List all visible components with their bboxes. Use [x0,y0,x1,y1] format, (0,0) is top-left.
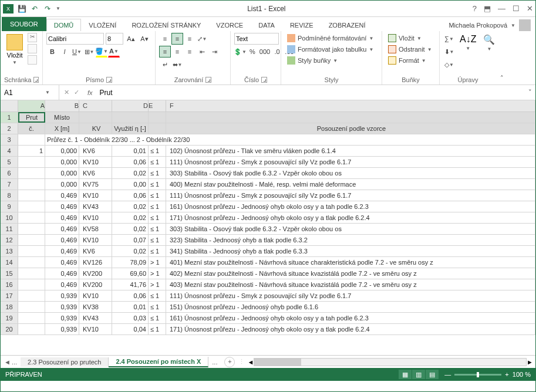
cell[interactable]: ≤ 1 [149,235,166,245]
cell[interactable]: KV75 [79,179,112,190]
row-header[interactable]: 4 [1,146,18,156]
cell[interactable]: 161) Únosnost průřezu - Jednoosý ohyb ok… [166,313,535,323]
cell[interactable] [18,201,45,212]
zoom-in-icon[interactable]: + [505,371,508,378]
italic-button[interactable]: I [59,46,70,58]
cell[interactable]: 0,00 [112,179,149,190]
cell[interactable]: KV10 [79,212,112,223]
cell[interactable]: 0,02 [112,246,149,256]
cell[interactable]: 400) Mezní stav použitelnosti - Malé, re… [166,179,535,190]
align-right-icon[interactable]: ≡ [184,46,195,58]
percent-icon[interactable]: % [247,46,258,58]
row-header[interactable]: 19 [1,313,18,323]
cell[interactable]: ≤ 1 [149,290,166,301]
row-header[interactable]: 14 [1,257,18,268]
cell[interactable] [18,268,45,279]
row-header[interactable]: 13 [1,246,18,256]
number-format-select[interactable] [234,33,279,45]
cell[interactable]: 0,06 [112,157,149,167]
cell[interactable] [18,302,45,312]
cell[interactable]: KV43 [79,313,112,323]
fx-icon[interactable]: fx [84,89,96,96]
cell[interactable]: KV58 [79,224,112,234]
cell[interactable]: 0,939 [45,313,79,323]
alignment-launcher[interactable] [205,77,211,83]
conditional-formatting-button[interactable]: Podmíněné formátování▼ [285,33,376,43]
cell[interactable]: 41,76 [112,279,149,290]
col-header-E[interactable]: E [149,100,166,111]
scroll-left-icon[interactable]: ◄ [247,359,254,366]
insert-cells-button[interactable]: Vložit▼ [386,33,424,43]
undo-icon[interactable]: ↶ [30,4,39,13]
cell[interactable]: 0,469 [45,235,79,245]
page-break-view-icon[interactable]: ▤ [426,370,439,379]
cell[interactable]: KV43 [79,201,112,212]
cell[interactable]: 403) Mezní stav použitelnosti - Návrhová… [166,279,535,290]
format-painter-icon[interactable] [28,55,37,65]
cell[interactable] [112,112,149,123]
close-icon[interactable]: ✕ [527,4,533,13]
sheet-nav-next-icon[interactable]: ... [208,359,221,366]
tab-layout[interactable]: ROZLOŽENÍ STRÁNKY [124,19,208,31]
cell-styles-button[interactable]: Styly buňky▼ [285,55,340,66]
cell[interactable]: 0,04 [112,324,149,334]
cell[interactable]: 0,02 [112,168,149,178]
clear-icon[interactable]: ◇▼ [443,59,455,70]
zoom-slider[interactable] [454,374,501,376]
cell[interactable]: 0,469 [45,279,79,290]
tab-data[interactable]: DATA [251,19,282,31]
decrease-font-icon[interactable]: A▾ [139,33,150,45]
font-size-select[interactable] [106,33,123,45]
cell[interactable] [18,134,45,145]
cell[interactable] [18,179,45,190]
number-launcher[interactable] [261,77,267,83]
cell[interactable]: 69,60 [112,268,149,279]
cell[interactable]: 102) Únosnost průřezu - Tlak ve směru vl… [166,146,535,156]
col-header-F[interactable]: F [166,100,535,111]
cancel-formula-icon[interactable]: ✕ [64,89,69,96]
row-header[interactable]: 6 [1,168,18,178]
cell[interactable]: 0,939 [45,290,79,301]
minimize-icon[interactable]: — [498,4,505,13]
cell[interactable]: > 1 [149,268,166,279]
row-header[interactable]: 16 [1,279,18,290]
zoom-level[interactable]: 100 % [513,371,531,378]
formula-input[interactable] [96,89,525,97]
cell[interactable]: ≤ 1 [149,179,166,190]
cell[interactable]: KV126 [79,257,112,268]
wrap-text-icon[interactable]: ↵ [159,59,171,70]
cell[interactable]: 323) Stabilita - Jednoosý ohyb a tlak po… [166,235,535,245]
cell[interactable]: č. [18,123,45,134]
cell[interactable]: KV10 [79,290,112,301]
cell[interactable]: KV38 [79,302,112,312]
maximize-icon[interactable]: ☐ [513,4,520,13]
cell[interactable]: 341) Stabilita - Jednoosý ohyb a tlak po… [166,246,535,256]
cell[interactable]: 111) Únosnost průřezu - Smyk z posouvají… [166,157,535,167]
select-all-corner[interactable] [1,100,18,111]
tab-file[interactable]: SOUBOR [2,17,46,31]
align-bottom-icon[interactable]: ≡ [184,33,195,45]
align-middle-icon[interactable]: ≡ [171,33,183,45]
cell[interactable]: 303) Stabilita - Osový tlak podle 6.3.2 … [166,224,535,234]
cell[interactable]: KV200 [79,268,112,279]
cell[interactable]: 0,07 [112,235,149,245]
normal-view-icon[interactable]: ▦ [399,370,412,379]
cell[interactable]: ≤ 1 [149,246,166,256]
row-header[interactable]: 18 [1,302,18,312]
autosum-icon[interactable]: ∑▼ [443,33,455,45]
cell[interactable]: 0,939 [45,324,79,334]
comma-icon[interactable]: 000 [259,46,271,58]
font-launcher[interactable] [106,77,112,83]
cell[interactable]: 0,06 [112,190,149,201]
cell[interactable]: > 1 [149,279,166,290]
cell[interactable]: KV10 [79,190,112,201]
cell[interactable]: 0,469 [45,224,79,234]
fill-color-button[interactable]: 🪣▼ [96,46,107,58]
sheet-nav-first-icon[interactable]: ◄ [4,359,11,366]
row-header[interactable]: 8 [1,190,18,201]
row-header[interactable]: 2 [1,123,18,134]
sort-filter-button[interactable]: A↓Z▼ [457,33,478,52]
align-left-icon[interactable]: ≡ [159,46,171,58]
cell[interactable] [18,168,45,178]
cell[interactable]: ≤ 1 [149,201,166,212]
